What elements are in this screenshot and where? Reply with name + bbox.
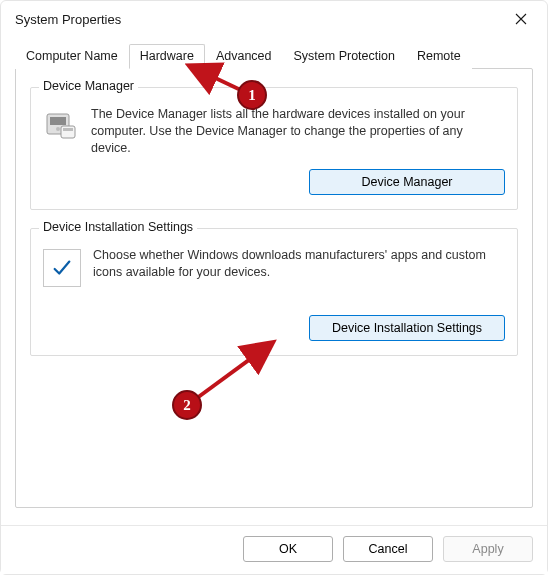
svg-rect-2 (61, 126, 75, 138)
tab-advanced[interactable]: Advanced (205, 44, 283, 69)
device-installation-description: Choose whether Windows downloads manufac… (93, 247, 505, 287)
device-installation-group: Device Installation Settings Choose whet… (30, 228, 518, 356)
dialog-footer: OK Cancel Apply (1, 525, 547, 574)
checkmark-icon (43, 249, 81, 287)
device-manager-button[interactable]: Device Manager (309, 169, 505, 195)
tab-hardware[interactable]: Hardware (129, 44, 205, 69)
system-properties-dialog: System Properties Computer Name Hardware… (0, 0, 548, 575)
tabstrip: Computer Name Hardware Advanced System P… (15, 43, 533, 68)
svg-rect-3 (63, 128, 73, 131)
ok-button[interactable]: OK (243, 536, 333, 562)
close-icon (515, 13, 527, 25)
window-title: System Properties (15, 12, 121, 27)
dialog-content: Computer Name Hardware Advanced System P… (1, 37, 547, 525)
device-installation-legend: Device Installation Settings (39, 220, 197, 234)
device-installation-settings-button[interactable]: Device Installation Settings (309, 315, 505, 341)
device-manager-group: Device Manager The Device Manager lists … (30, 87, 518, 210)
device-manager-legend: Device Manager (39, 79, 138, 93)
close-button[interactable] (501, 4, 541, 34)
device-manager-description: The Device Manager lists all the hardwar… (91, 106, 505, 157)
svg-rect-1 (50, 117, 66, 125)
titlebar: System Properties (1, 1, 547, 37)
tab-remote[interactable]: Remote (406, 44, 472, 69)
apply-button: Apply (443, 536, 533, 562)
cancel-button[interactable]: Cancel (343, 536, 433, 562)
tab-computer-name[interactable]: Computer Name (15, 44, 129, 69)
tab-panel-hardware: Device Manager The Device Manager lists … (15, 68, 533, 508)
device-manager-icon (43, 108, 79, 144)
svg-point-4 (56, 127, 60, 131)
tab-system-protection[interactable]: System Protection (283, 44, 406, 69)
